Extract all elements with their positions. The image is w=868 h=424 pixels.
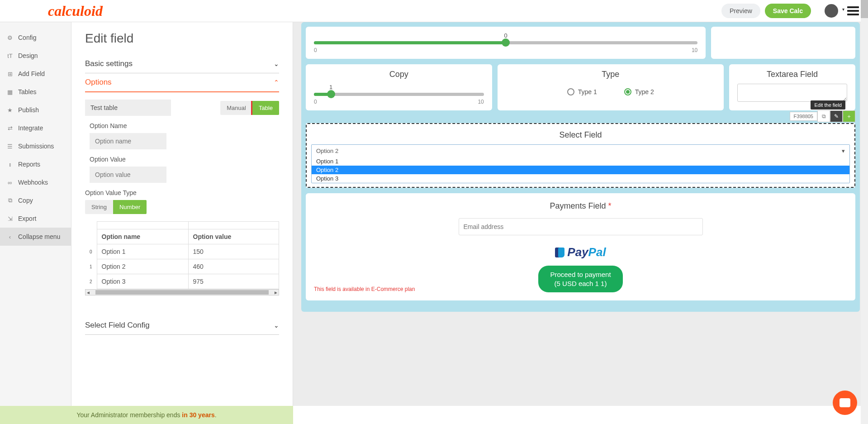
vertical-scrollbar[interactable] <box>861 0 868 424</box>
plus-box-icon: ⊞ <box>6 71 14 77</box>
add-field-button[interactable]: ＋ <box>843 110 855 122</box>
radio-icon <box>567 88 574 95</box>
chevron-down-icon: ⌄ <box>274 322 279 329</box>
email-input[interactable] <box>459 218 703 235</box>
horizontal-scrollbar[interactable]: ◄► <box>85 289 279 295</box>
star-icon: ★ <box>6 107 14 114</box>
integrate-icon: ⇄ <box>6 125 14 132</box>
field-id-label: F398805 <box>790 112 817 121</box>
slider-thumb[interactable] <box>502 38 510 47</box>
textarea-input[interactable] <box>737 84 847 102</box>
section-options[interactable]: Options ⌃ <box>85 73 279 92</box>
sidebar-item-submissions[interactable]: ☰Submissions <box>0 137 71 155</box>
radio-type-1[interactable]: Type 1 <box>567 88 597 95</box>
chevron-down-icon: ⌄ <box>274 60 279 67</box>
sidebar-item-webhooks[interactable]: ∞Webhooks <box>0 173 71 191</box>
sidebar: ⚙Config tTDesign ⊞Add Field ▦Tables ★Pub… <box>0 22 71 406</box>
calculator-canvas: 0 010 Copy 1 <box>293 22 868 406</box>
table-row[interactable]: 2Option 3975 <box>85 274 279 289</box>
copy-slider-card[interactable]: Copy 1 010 <box>306 64 492 110</box>
edit-field-button[interactable]: ✎ <box>830 110 843 122</box>
table-toggle[interactable]: Table <box>252 101 279 115</box>
type-icon: tT <box>6 52 14 59</box>
field-title: Type <box>506 70 716 79</box>
field-title: Textarea Field <box>737 70 847 79</box>
sidebar-item-tables[interactable]: ▦Tables <box>0 83 71 101</box>
chat-widget-button[interactable] <box>833 391 857 415</box>
edit-field-tooltip: Edit the field <box>811 100 845 110</box>
sidebar-label: Integrate <box>18 124 43 132</box>
sidebar-item-publish[interactable]: ★Publish <box>0 101 71 119</box>
sidebar-item-integrate[interactable]: ⇄Integrate <box>0 119 71 137</box>
select-option[interactable]: Option 2 <box>312 166 849 174</box>
slider-track[interactable] <box>314 41 697 44</box>
manual-toggle[interactable]: Manual <box>220 101 252 115</box>
sidebar-label: Config <box>18 34 36 41</box>
slider-thumb[interactable] <box>327 90 335 98</box>
field-title: Select Field <box>311 130 850 140</box>
th-option-name: Option name <box>97 229 188 244</box>
copy-icon: ⧉ <box>6 197 14 204</box>
empty-field-card[interactable] <box>711 27 855 59</box>
payments-field-card[interactable]: Payments Field * PayPal Proceed to payme… <box>306 193 855 300</box>
select-field-card[interactable]: Select Field Option 2▾ Option 1 Option 2… <box>306 123 855 188</box>
menu-icon[interactable] <box>847 5 859 17</box>
sidebar-item-export[interactable]: ⇲Export <box>0 210 71 228</box>
user-avatar-dropdown[interactable] <box>825 4 838 18</box>
number-toggle[interactable]: Number <box>113 200 147 214</box>
sidebar-label: Submissions <box>18 143 54 150</box>
field-toolbar: F398805 ⧉ ✎ ＋ <box>790 110 855 122</box>
input-mode-toggle: Manual Table <box>220 101 279 115</box>
sidebar-label: Copy <box>18 197 33 204</box>
section-select-field-config[interactable]: Select Field Config ⌄ <box>85 316 279 335</box>
radio-type-2[interactable]: Type 2 <box>624 88 654 95</box>
field-title: Payments Field * <box>314 201 847 211</box>
sidebar-label: Tables <box>18 88 36 95</box>
section-title: Basic settings <box>85 59 133 68</box>
copy-field-button[interactable]: ⧉ <box>817 110 830 122</box>
table-row[interactable]: 1Option 2460 <box>85 259 279 274</box>
preview-button[interactable]: Preview <box>721 4 760 18</box>
section-title: Options <box>85 78 112 87</box>
panel-title: Edit field <box>85 31 279 46</box>
membership-footer: Your Administrator membership ends in 30… <box>0 406 293 424</box>
sidebar-label: Webhooks <box>18 179 48 186</box>
slider-track[interactable] <box>314 93 484 96</box>
sidebar-item-design[interactable]: tTDesign <box>0 47 71 65</box>
section-basic-settings[interactable]: Basic settings ⌄ <box>85 55 279 73</box>
option-value-input[interactable] <box>90 167 166 183</box>
sidebar-item-config[interactable]: ⚙Config <box>0 29 71 47</box>
gear-icon: ⚙ <box>6 34 14 41</box>
select-value: Option 2 <box>316 148 338 154</box>
th-option-value: Option value <box>188 229 279 244</box>
top-bar: calculoid Preview Save Calc <box>0 0 868 22</box>
sidebar-label: Reports <box>18 161 40 168</box>
table-name-input[interactable] <box>85 100 171 116</box>
select-option[interactable]: Option 1 <box>312 157 849 166</box>
save-calc-button[interactable]: Save Calc <box>765 4 811 18</box>
option-name-input[interactable] <box>90 133 166 149</box>
sidebar-label: Collapse menu <box>18 233 60 240</box>
chart-icon: ⫾ <box>6 161 14 168</box>
table-row[interactable]: 0Option 1150 <box>85 244 279 259</box>
string-toggle[interactable]: String <box>85 200 113 214</box>
sidebar-label: Design <box>18 52 38 59</box>
slider-field-card[interactable]: 0 010 <box>306 27 706 59</box>
chevron-up-icon: ⌃ <box>274 79 279 86</box>
chevron-left-icon: ‹ <box>6 233 14 240</box>
paypal-logo: PayPal <box>555 245 606 259</box>
section-title: Select Field Config <box>85 321 150 330</box>
sidebar-item-collapse[interactable]: ‹Collapse menu <box>0 228 71 246</box>
sidebar-item-add-field[interactable]: ⊞Add Field <box>0 65 71 83</box>
sidebar-item-copy[interactable]: ⧉Copy <box>0 191 71 210</box>
required-star-icon: * <box>608 201 612 210</box>
option-value-label: Option Value <box>90 156 279 163</box>
value-type-toggle: String Number <box>85 200 147 214</box>
select-option[interactable]: Option 3 <box>312 174 849 183</box>
type-radio-card[interactable]: Type Type 1 Type 2 <box>498 64 724 110</box>
sidebar-item-reports[interactable]: ⫾Reports <box>0 155 71 173</box>
select-dropdown[interactable]: Option 2▾ Option 1 Option 2 Option 3 <box>311 144 850 183</box>
proceed-payment-button[interactable]: Proceed to payment(5 USD each 1 1) <box>538 266 622 292</box>
sidebar-label: Export <box>18 215 36 222</box>
option-value-type-label: Option Value Type <box>85 189 279 196</box>
